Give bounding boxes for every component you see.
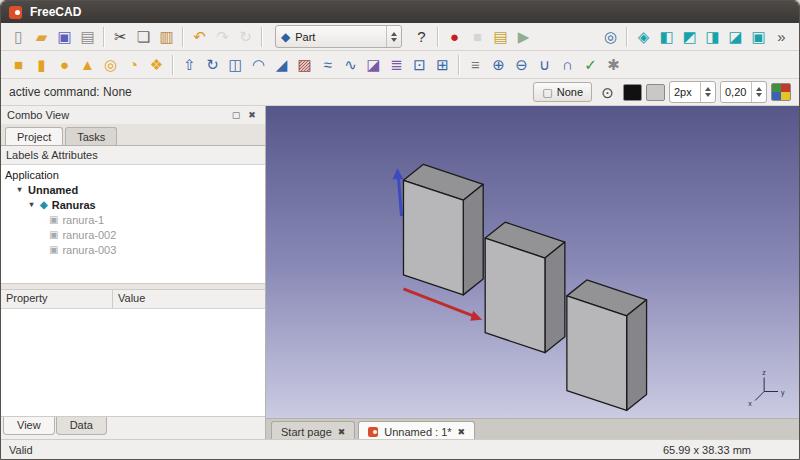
macro-edit-icon[interactable]: ▤: [489, 25, 512, 49]
draw-style-icon[interactable]: ⊙: [596, 80, 619, 104]
expander-icon[interactable]: ▾: [27, 200, 36, 209]
primitives-icon[interactable]: ❖: [145, 53, 168, 77]
undo-icon[interactable]: ↶: [188, 25, 211, 49]
boolean-cut-icon[interactable]: ⊖: [510, 53, 533, 77]
value-column-header[interactable]: Value: [113, 290, 145, 308]
tab-data[interactable]: Data: [56, 417, 107, 435]
boolean-intersection-icon[interactable]: ∩: [556, 53, 579, 77]
extrude-icon[interactable]: ⇧: [178, 53, 201, 77]
cut-icon[interactable]: ✂: [109, 25, 132, 49]
status-message: Valid: [9, 444, 33, 456]
paste-icon[interactable]: ▥: [155, 25, 178, 49]
tree-item-application[interactable]: Application: [1, 167, 265, 182]
shape-appearance-button[interactable]: ▢ None: [533, 82, 592, 102]
tab-label: Start page: [281, 426, 332, 438]
compound-icon[interactable]: ≡: [464, 53, 487, 77]
new-file-icon[interactable]: ▯: [7, 25, 30, 49]
toolbar-separator: [172, 55, 174, 75]
workbench-selector-spinner[interactable]: [386, 26, 401, 47]
boolean-union-icon[interactable]: ∪: [533, 53, 556, 77]
face-color-swatch[interactable]: [623, 84, 642, 101]
cross-sections-icon[interactable]: ≣: [385, 53, 408, 77]
view-rear-icon[interactable]: ◪: [724, 25, 747, 49]
view-axonometric-icon[interactable]: ◈: [632, 25, 655, 49]
window-title: FreeCAD: [30, 5, 81, 19]
tab-project[interactable]: Project: [5, 127, 63, 145]
tab-unnamed-document[interactable]: Unnamed : 1* ✖: [358, 421, 475, 441]
ruled-surface-icon[interactable]: ▨: [293, 53, 316, 77]
color-per-face-icon[interactable]: [771, 83, 791, 101]
tab-view[interactable]: View: [3, 417, 55, 435]
tree-item-ranura-002[interactable]: ▣ ranura-002: [1, 227, 265, 242]
part-cylinder-icon[interactable]: ▮: [30, 53, 53, 77]
tab-start-page[interactable]: Start page ✖: [271, 421, 355, 441]
thickness-icon[interactable]: ⊞: [431, 53, 454, 77]
macro-play-icon[interactable]: ▶: [512, 25, 535, 49]
whats-this-icon[interactable]: ?: [410, 25, 433, 49]
float-panel-icon[interactable]: ▢: [229, 108, 243, 122]
part-cone-icon[interactable]: ▲: [76, 53, 99, 77]
print-icon[interactable]: ▤: [76, 25, 99, 49]
part-box-ranura-1[interactable]: [403, 164, 483, 295]
macro-toolbar-group: ?●■▤▶: [410, 25, 535, 49]
tab-tasks[interactable]: Tasks: [65, 127, 117, 145]
refresh-icon[interactable]: ↻: [234, 25, 257, 49]
command-bar: active command: None ▢ None ⊙ 2px 0,20: [1, 79, 799, 106]
check-geometry-icon[interactable]: ✓: [579, 53, 602, 77]
revolve-icon[interactable]: ↻: [201, 53, 224, 77]
offset-icon[interactable]: ⊡: [408, 53, 431, 77]
box-object-icon: ▣: [49, 244, 58, 255]
view-right-icon[interactable]: ◨: [701, 25, 724, 49]
line-width-spinbox[interactable]: 2px: [669, 81, 716, 103]
3d-viewport[interactable]: z y x: [266, 106, 799, 418]
deviation-spinbox[interactable]: 0,20: [720, 81, 767, 103]
close-tab-icon[interactable]: ✖: [338, 427, 346, 437]
redo-icon[interactable]: ↷: [211, 25, 234, 49]
close-panel-icon[interactable]: ✖: [245, 108, 259, 122]
mirror-icon[interactable]: ◫: [224, 53, 247, 77]
chamfer-icon[interactable]: ◢: [270, 53, 293, 77]
line-color-swatch[interactable]: [646, 84, 665, 101]
zoom-fit-icon[interactable]: ◎: [599, 25, 622, 49]
dimension-readout: 65.99 x 38.33 mm: [663, 444, 751, 456]
view-bottom-icon[interactable]: ▣: [747, 25, 770, 49]
title-bar[interactable]: FreeCAD: [1, 1, 799, 23]
section-icon[interactable]: ◪: [362, 53, 385, 77]
3d-scene: z y x: [266, 106, 799, 418]
open-folder-icon[interactable]: ▰: [30, 25, 53, 49]
close-tab-icon[interactable]: ✖: [458, 427, 466, 437]
macro-record-icon[interactable]: ●: [443, 25, 466, 49]
view-top-icon[interactable]: ◩: [678, 25, 701, 49]
toolbar-overflow-icon[interactable]: »: [770, 25, 793, 49]
part-torus-icon[interactable]: ◎: [99, 53, 122, 77]
defeaturing-icon[interactable]: ✱: [602, 53, 625, 77]
part-box-icon[interactable]: ■: [7, 53, 30, 77]
loft-icon[interactable]: ≈: [316, 53, 339, 77]
copy-icon[interactable]: ❏: [132, 25, 155, 49]
part-sphere-icon[interactable]: ●: [53, 53, 76, 77]
part-box-ranura-003[interactable]: [567, 280, 647, 411]
view-front-icon[interactable]: ◧: [655, 25, 678, 49]
property-table-body[interactable]: [1, 309, 265, 417]
combo-view-header[interactable]: Combo View ▢✖: [1, 106, 265, 124]
model-tree[interactable]: Application ▾ Unnamed ▾ ◈ Ranuras ▣ ranu…: [1, 165, 265, 284]
shape-builder-icon[interactable]: ◔: [122, 53, 145, 77]
standard-toolbar: ▯▰▣▤✂❏▥↶↷↻ ◆ Part ?●■▤▶ ◎◈◧◩◨◪▣»: [1, 23, 799, 51]
part-box-ranura-002[interactable]: [485, 222, 565, 353]
boolean-icon[interactable]: ⊕: [487, 53, 510, 77]
tree-item-document[interactable]: ▾ Unnamed: [1, 182, 265, 197]
macro-stop-icon[interactable]: ■: [466, 25, 489, 49]
fillet-icon[interactable]: ◠: [247, 53, 270, 77]
sweep-icon[interactable]: ∿: [339, 53, 362, 77]
deviation-value: 0,20: [721, 86, 751, 98]
tree-item-ranura-003[interactable]: ▣ ranura-003: [1, 242, 265, 257]
expander-icon[interactable]: ▾: [15, 185, 24, 194]
toolbar-separator: [103, 27, 105, 47]
tree-item-ranura-1[interactable]: ▣ ranura-1: [1, 212, 265, 227]
property-editor-tabs: View Data: [1, 417, 265, 439]
save-icon[interactable]: ▣: [53, 25, 76, 49]
toolbar-separator: [626, 27, 628, 47]
tree-item-group[interactable]: ▾ ◈ Ranuras: [1, 197, 265, 212]
workbench-selector[interactable]: ◆ Part: [275, 25, 402, 48]
property-column-header[interactable]: Property: [1, 290, 113, 308]
